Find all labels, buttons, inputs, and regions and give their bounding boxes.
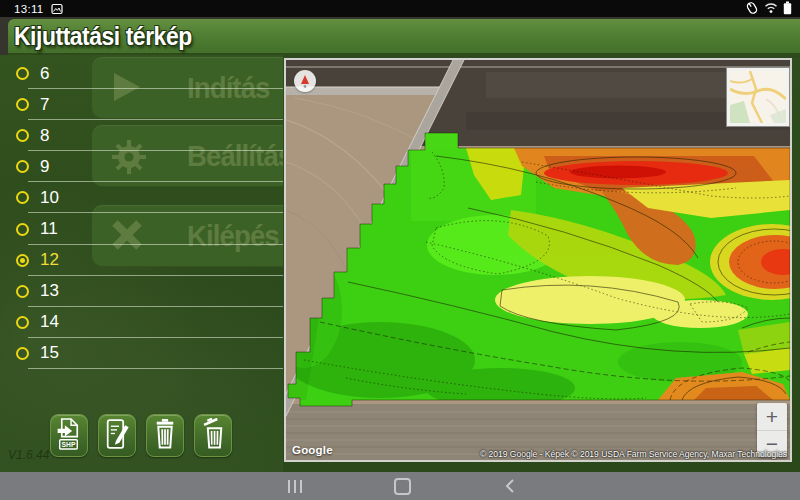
radio-icon (16, 223, 29, 236)
compass-needle-icon (298, 73, 312, 89)
zoom-in-button[interactable]: + (757, 403, 787, 431)
radio-icon (16, 285, 29, 298)
page-title: Kijuttatási térkép (14, 21, 192, 52)
rate-option-11[interactable]: 11 (0, 213, 283, 244)
edit-button[interactable] (98, 414, 136, 457)
radio-icon (16, 98, 29, 111)
radio-selected-icon (16, 254, 29, 267)
edit-file-icon (104, 418, 130, 453)
compass-button[interactable] (294, 70, 316, 92)
rate-list: 6 7 8 9 10 11 12 13 14 15 (0, 58, 283, 369)
rate-option-14[interactable]: 14 (0, 307, 283, 338)
recents-button[interactable] (273, 472, 317, 500)
back-button[interactable] (488, 472, 532, 500)
rate-option-6[interactable]: 6 (0, 58, 283, 89)
overview-inset-map[interactable] (727, 68, 789, 126)
rate-option-10[interactable]: 10 (0, 182, 283, 213)
radio-icon (16, 67, 29, 80)
satellite-imagery (286, 60, 790, 460)
map-toolbar: SHP (50, 414, 232, 457)
title-bar: Kijuttatási térkép (8, 19, 800, 56)
mouse-icon (745, 1, 759, 17)
rate-option-15[interactable]: 15 (0, 338, 283, 369)
inset-map-graphic (730, 71, 786, 123)
shp-file-icon: SHP (56, 418, 82, 453)
left-panel: Indítás (0, 55, 283, 472)
radio-icon (16, 347, 29, 360)
radio-icon (16, 129, 29, 142)
google-watermark: Google (292, 444, 333, 456)
map-view[interactable]: + − Google © 2019 Google - Képek © 2019 … (286, 60, 790, 460)
clock: 13:11 (14, 3, 43, 15)
version-label: V1.6.44 (8, 448, 49, 462)
trash-open-icon (200, 418, 226, 453)
status-bar: 13:11 (0, 0, 800, 17)
app-background: Kijuttatási térkép Indítás (0, 17, 800, 472)
wifi-icon (764, 1, 778, 16)
rate-option-7[interactable]: 7 (0, 89, 283, 120)
rate-option-12-selected[interactable]: 12 (0, 245, 283, 276)
home-button[interactable] (380, 472, 424, 500)
rate-option-8[interactable]: 8 (0, 120, 283, 151)
trash-icon (152, 418, 178, 453)
svg-text:SHP: SHP (62, 441, 76, 448)
radio-icon (16, 191, 29, 204)
battery-icon (783, 1, 792, 17)
recents-icon (288, 480, 303, 493)
radio-icon (16, 316, 29, 329)
android-nav-bar (0, 472, 800, 500)
delete-button[interactable] (146, 414, 184, 457)
export-shp-button[interactable]: SHP (50, 414, 88, 457)
rate-option-9[interactable]: 9 (0, 151, 283, 182)
map-frame: + − Google © 2019 Google - Képek © 2019 … (284, 58, 792, 462)
back-icon (505, 478, 515, 494)
notification-thumbnail-icon (51, 3, 63, 15)
delete-all-button[interactable] (194, 414, 232, 457)
rate-option-13[interactable]: 13 (0, 276, 283, 307)
home-icon (394, 478, 411, 495)
radio-icon (16, 160, 29, 173)
map-attribution: © 2019 Google - Képek © 2019 USDA Farm S… (480, 449, 787, 459)
